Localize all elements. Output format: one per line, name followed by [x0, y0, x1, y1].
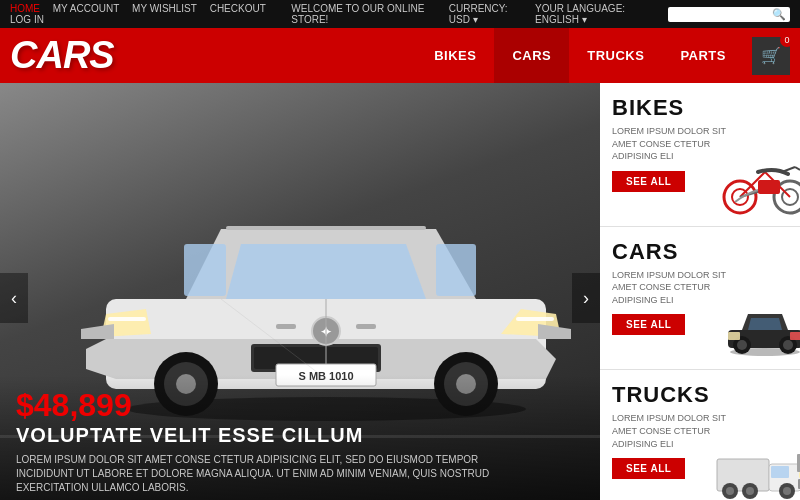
welcome-text: WELCOME TO OUR ONLINE STORE!: [291, 3, 440, 25]
search-input[interactable]: [672, 9, 772, 20]
svg-rect-8: [108, 317, 146, 321]
slider-prev-button[interactable]: ‹: [0, 273, 28, 323]
hero-overlay: $48,899 VOLUPTATE VELIT ESSE CILLUM LORE…: [0, 375, 600, 500]
currency-selector[interactable]: CURRENCY: USD ▾: [449, 3, 527, 25]
header: CARS BIKES CARS TRUCKS PARTS 🛒 0: [0, 28, 800, 83]
logo-text: CARS: [10, 34, 114, 76]
main-content: ✦ S MB 1010: [0, 83, 800, 500]
cars-see-all-button[interactable]: SEE ALL: [612, 314, 685, 335]
svg-rect-22: [226, 226, 426, 230]
nav-cars[interactable]: CARS: [494, 28, 569, 83]
topbar-account[interactable]: MY ACCOUNT: [53, 3, 120, 14]
slider-next-button[interactable]: ›: [572, 273, 600, 323]
language-selector[interactable]: YOUR LANGUAGE: ENGLISH ▾: [535, 3, 660, 25]
trucks-see-all-button[interactable]: SEE ALL: [612, 458, 685, 479]
cart-button[interactable]: 🛒 0: [752, 37, 790, 75]
sidebar-trucks-content: TRUCKS LOREM IPSUM DOLOR SITAMET CONSE C…: [600, 370, 800, 500]
sidebar-cars-content: CARS LOREM IPSUM DOLOR SITAMET CONSE CTE…: [600, 227, 800, 370]
nav-trucks[interactable]: TRUCKS: [569, 28, 662, 83]
svg-rect-3: [436, 244, 476, 296]
sidebar-cars-desc: LOREM IPSUM DOLOR SITAMET CONSE CTETURAD…: [612, 269, 788, 307]
cart-count: 0: [780, 33, 794, 47]
topbar-wishlist[interactable]: MY WISHLIST: [132, 3, 197, 14]
sidebar-trucks-section: TRUCKS LOREM IPSUM DOLOR SITAMET CONSE C…: [600, 370, 800, 500]
hero-slider: ✦ S MB 1010: [0, 83, 600, 500]
topbar-login[interactable]: LOG IN: [10, 14, 44, 25]
topbar-right: WELCOME TO OUR ONLINE STORE! CURRENCY: U…: [291, 3, 790, 25]
hero-description: LOREM IPSUM DOLOR SIT AMET CONSE CTETUR …: [16, 453, 496, 495]
sidebar-bikes-desc: LOREM IPSUM DOLOR SITAMET CONSE CTETURAD…: [612, 125, 788, 163]
logo: CARS: [10, 34, 416, 77]
search-button[interactable]: 🔍: [772, 8, 786, 21]
hero-price: $48,899: [16, 387, 584, 424]
sidebar-cars-title: CARS: [612, 239, 788, 265]
sidebar-bikes-content: BIKES LOREM IPSUM DOLOR SITAMET CONSE CT…: [600, 83, 800, 226]
sidebar-bikes-title: BIKES: [612, 95, 788, 121]
sidebar-trucks-title: TRUCKS: [612, 382, 788, 408]
svg-rect-2: [184, 244, 226, 296]
topbar-links: HOME MY ACCOUNT MY WISHLIST CHECKOUT LOG…: [10, 3, 291, 25]
nav-parts[interactable]: PARTS: [662, 28, 744, 83]
bikes-see-all-button[interactable]: SEE ALL: [612, 171, 685, 192]
search-box: 🔍: [668, 7, 790, 22]
sidebar-cars-section: CARS LOREM IPSUM DOLOR SITAMET CONSE CTE…: [600, 227, 800, 371]
main-nav: BIKES CARS TRUCKS PARTS: [416, 28, 744, 83]
sidebar-bikes-section: BIKES LOREM IPSUM DOLOR SITAMET CONSE CT…: [600, 83, 800, 227]
topbar-home[interactable]: HOME: [10, 3, 40, 14]
sidebar-trucks-desc: LOREM IPSUM DOLOR SITAMET CONSE CTETURAD…: [612, 412, 788, 450]
hero-title: VOLUPTATE VELIT ESSE CILLUM: [16, 424, 584, 447]
sidebar: BIKES LOREM IPSUM DOLOR SITAMET CONSE CT…: [600, 83, 800, 500]
topbar: HOME MY ACCOUNT MY WISHLIST CHECKOUT LOG…: [0, 0, 800, 28]
nav-bikes[interactable]: BIKES: [416, 28, 494, 83]
svg-rect-20: [276, 324, 296, 329]
svg-rect-21: [356, 324, 376, 329]
topbar-checkout[interactable]: CHECKOUT: [210, 3, 266, 14]
svg-rect-9: [516, 317, 554, 321]
